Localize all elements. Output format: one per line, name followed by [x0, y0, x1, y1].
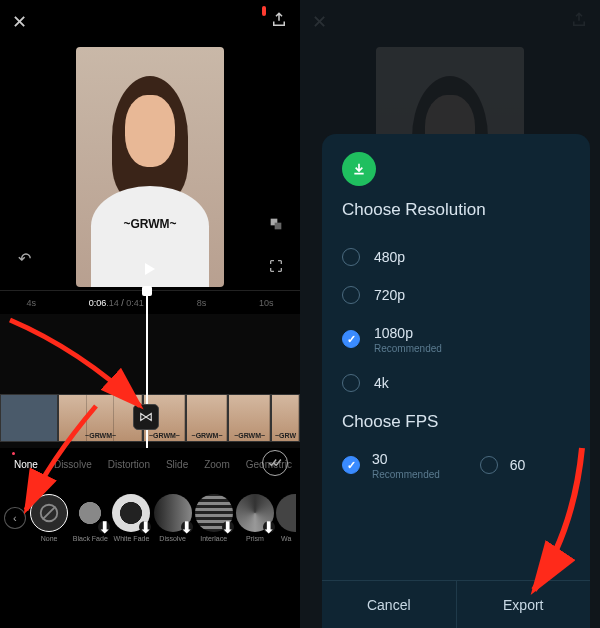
header: ✕ [0, 0, 300, 44]
apply-all-button[interactable] [262, 450, 288, 476]
fullscreen-button[interactable] [264, 254, 288, 278]
category-zoom[interactable]: Zoom [198, 455, 236, 474]
active-indicator [12, 452, 15, 455]
none-icon [38, 502, 60, 524]
effect-black-fade[interactable]: ⬇ Black Fade [71, 494, 110, 542]
effect-wa[interactable]: ⬇ Wa [276, 494, 296, 542]
res-480p[interactable]: 480p [342, 238, 570, 276]
fps-title: Choose FPS [342, 412, 570, 432]
video-frame: ~GRWM~ [76, 47, 224, 287]
cancel-button[interactable]: Cancel [322, 581, 456, 628]
effect-white-fade[interactable]: ⬇ White Fade [112, 494, 151, 542]
clip[interactable]: ~GRWM~ [228, 394, 271, 442]
download-icon: ⬇ [98, 521, 110, 533]
clip[interactable]: ~GRW [271, 394, 300, 442]
ruler-mark: 4s [26, 298, 36, 308]
layers-icon [268, 216, 284, 232]
play-icon[interactable] [145, 263, 155, 275]
res-720p[interactable]: 720p [342, 276, 570, 314]
download-icon: ⬇ [263, 521, 275, 533]
timeline[interactable]: ~GRWM~ ~GRWM~ ~GRWM~ ~GRWM~ ~GRW [0, 314, 300, 448]
radio[interactable] [342, 374, 360, 392]
ruler-mark: 8s [197, 298, 207, 308]
download-icon: ⬇ [222, 521, 234, 533]
radio-checked[interactable] [342, 456, 360, 474]
effect-interlace[interactable]: ⬇ Interlace [194, 494, 233, 542]
ruler-mark: 10s [259, 298, 274, 308]
clip[interactable] [0, 394, 58, 442]
category-distortion[interactable]: Distortion [102, 455, 156, 474]
undo-button[interactable]: ↶ [12, 246, 36, 270]
timeline-time: 0:06.14 / 0:41 [89, 298, 144, 308]
category-slide[interactable]: Slide [160, 455, 194, 474]
res-1080p[interactable]: 1080p Recommended [342, 314, 570, 364]
res-4k[interactable]: 4k [342, 364, 570, 402]
resolution-title: Choose Resolution [342, 200, 570, 220]
back-button[interactable]: ‹ [4, 507, 26, 529]
effect-prism[interactable]: ⬇ Prism [235, 494, 274, 542]
clip[interactable]: ~GRWM~ [186, 394, 229, 442]
transition-button[interactable] [133, 404, 159, 430]
fps-30[interactable]: 30 Recommended [342, 450, 440, 480]
effect-none[interactable]: None [30, 494, 69, 542]
export-icon [270, 11, 288, 29]
radio[interactable] [480, 456, 498, 474]
download-badge [342, 152, 376, 186]
double-check-icon [268, 458, 282, 468]
effect-row: ‹ None ⬇ Black Fade ⬇ White Fade ⬇ Disso… [0, 480, 300, 556]
close-button[interactable]: ✕ [12, 11, 27, 33]
export-button[interactable] [270, 11, 288, 33]
export-modal: Choose Resolution 480p 720p 1080p Recomm… [322, 134, 590, 628]
radio-checked[interactable] [342, 330, 360, 348]
svg-rect-1 [275, 223, 282, 230]
video-overlay-text: ~GRWM~ [76, 217, 224, 231]
category-none[interactable]: None [8, 455, 44, 474]
radio[interactable] [342, 248, 360, 266]
clip[interactable]: ~GRWM~ [58, 394, 143, 442]
download-icon: ⬇ [181, 521, 193, 533]
modal-footer: Cancel Export [322, 580, 590, 628]
download-icon [351, 161, 367, 177]
export-confirm-button[interactable]: Export [456, 581, 591, 628]
radio[interactable] [342, 286, 360, 304]
effect-category-row: None Dissolve Distortion Slide Zoom Geom… [0, 448, 300, 480]
record-indicator [262, 6, 266, 16]
layers-button[interactable] [264, 212, 288, 236]
editor-screen: ✕ ~GRWM~ ↶ 4s 0:06.14 / 0:41 8s 10s [0, 0, 300, 628]
transition-icon [139, 410, 153, 424]
fps-60[interactable]: 60 [480, 450, 526, 480]
fullscreen-icon [268, 258, 284, 274]
category-dissolve[interactable]: Dissolve [48, 455, 98, 474]
video-preview[interactable]: ~GRWM~ ↶ [0, 44, 300, 290]
export-screen: ✕ Choose Resolution 480p 720p 1080p Reco… [300, 0, 600, 628]
effect-dissolve[interactable]: ⬇ Dissolve [153, 494, 192, 542]
download-icon: ⬇ [139, 521, 151, 533]
